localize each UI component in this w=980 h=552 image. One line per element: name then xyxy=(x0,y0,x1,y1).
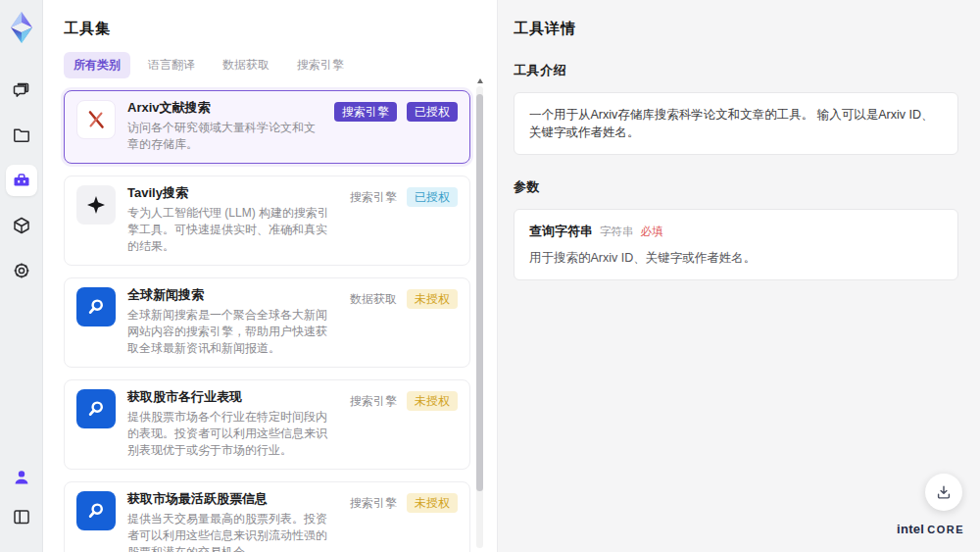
category-tabs: 所有类别 语言翻译 数据获取 搜索引擎 xyxy=(64,52,470,78)
tavily-icon xyxy=(76,185,116,225)
sidebar-item-settings[interactable] xyxy=(6,255,37,286)
sidebar-item-files[interactable] xyxy=(6,120,37,151)
sidebar-item-chat[interactable] xyxy=(6,75,37,106)
blue-search-icon xyxy=(76,491,116,530)
category-label: 搜索引擎 xyxy=(350,393,397,410)
tool-card-tavily[interactable]: Tavily搜索 专为人工智能代理 (LLM) 构建的搜索引擎工具。可快速提供实… xyxy=(64,176,470,266)
tool-card-meta: 搜索引擎 未授权 xyxy=(350,391,458,411)
tool-title: Arxiv文献搜索 xyxy=(127,100,322,116)
app-window: 工具集 所有类别 语言翻译 数据获取 搜索引擎 Arxiv文献搜索 访问各个研究… xyxy=(0,0,980,552)
arxiv-icon xyxy=(76,100,116,139)
param-name: 查询字符串 xyxy=(529,223,593,240)
status-badge: 已授权 xyxy=(407,102,458,122)
category-label: 数据获取 xyxy=(350,291,397,308)
user-icon xyxy=(12,468,31,487)
category-badge: 搜索引擎 xyxy=(334,102,397,122)
tool-card-body: Arxiv文献搜索 访问各个研究领域大量科学论文和文章的存储库。 xyxy=(127,100,322,153)
chat-icon xyxy=(12,80,31,100)
param-description: 用于搜索的Arxiv ID、关键字或作者姓名。 xyxy=(529,249,943,267)
blue-search-icon xyxy=(76,389,116,428)
tab-data-fetching[interactable]: 数据获取 xyxy=(213,52,279,78)
tool-card-body: 获取股市各行业表现 提供股票市场各个行业在特定时间段内的表现。投资者可以利用这些… xyxy=(127,389,338,459)
folder-icon xyxy=(12,125,31,145)
tab-all-categories[interactable]: 所有类别 xyxy=(64,52,130,78)
app-logo xyxy=(5,10,38,45)
tool-title: 全球新闻搜索 xyxy=(127,287,338,303)
params-section-title: 参数 xyxy=(514,178,958,196)
tool-list-pane: 工具集 所有类别 语言翻译 数据获取 搜索引擎 Arxiv文献搜索 访问各个研究… xyxy=(43,0,497,552)
tool-description: 访问各个研究领域大量科学论文和文章的存储库。 xyxy=(127,120,322,153)
param-header: 查询字符串 字符串 必填 xyxy=(529,223,943,240)
tool-card-global-news[interactable]: 全球新闻搜索 全球新闻搜索是一个聚合全球各大新闻网站内容的搜索引擎，帮助用户快速… xyxy=(64,277,470,368)
intro-section-title: 工具介绍 xyxy=(514,62,958,79)
toolbox-icon xyxy=(12,171,31,190)
tool-card-meta: 数据获取 未授权 xyxy=(350,289,458,309)
category-label: 搜索引擎 xyxy=(350,189,397,206)
page-title: 工具集 xyxy=(64,20,470,38)
tab-language-translation[interactable]: 语言翻译 xyxy=(138,52,205,78)
scrollbar-thumb[interactable] xyxy=(476,94,483,491)
sidebar-item-tools[interactable] xyxy=(6,165,37,196)
intel-core-logo: intel CORE xyxy=(897,522,964,536)
gear-icon xyxy=(12,261,31,280)
download-button[interactable] xyxy=(925,474,962,511)
param-box: 查询字符串 字符串 必填 用于搜索的Arxiv ID、关键字或作者姓名。 xyxy=(514,209,958,280)
blue-search-icon xyxy=(76,287,116,326)
tool-card-sector-performance[interactable]: 获取股市各行业表现 提供股票市场各个行业在特定时间段内的表现。投资者可以利用这些… xyxy=(64,379,470,470)
sidebar-item-collapse-panel[interactable] xyxy=(6,501,37,532)
tab-search-engine[interactable]: 搜索引擎 xyxy=(287,52,354,78)
tool-description: 全球新闻搜索是一个聚合全球各大新闻网站内容的搜索引擎，帮助用户快速获取全球最新资… xyxy=(127,307,338,357)
status-badge: 已授权 xyxy=(407,187,458,207)
sidebar-bottom xyxy=(6,462,37,540)
intel-wordmark: intel xyxy=(897,522,924,536)
core-wordmark: CORE xyxy=(927,524,964,535)
tool-detail-pane: 工具详情 工具介绍 一个用于从Arxiv存储库搜索科学论文和文章的工具。 输入可… xyxy=(497,0,980,552)
tool-card-active-stocks[interactable]: 获取市场最活跃股票信息 提供当天交易量最高的股票列表。投资者可以利用这些信息来识… xyxy=(64,481,470,552)
tool-card-body: 全球新闻搜索 全球新闻搜索是一个聚合全球各大新闻网站内容的搜索引擎，帮助用户快速… xyxy=(127,287,338,357)
scrollbar-up-arrow[interactable] xyxy=(477,78,483,83)
tool-card-body: 获取市场最活跃股票信息 提供当天交易量最高的股票列表。投资者可以利用这些信息来识… xyxy=(127,491,338,552)
panel-icon xyxy=(12,507,31,527)
tool-card-list: Arxiv文献搜索 访问各个研究领域大量科学论文和文章的存储库。 搜索引擎 已授… xyxy=(64,90,470,552)
tool-description: 提供股票市场各个行业在特定时间段内的表现。投资者可以利用这些信息来识别表现优于或… xyxy=(127,409,338,459)
param-type: 字符串 xyxy=(600,223,634,240)
tool-title: Tavily搜索 xyxy=(127,185,338,201)
tool-card-meta: 搜索引擎 已授权 xyxy=(350,187,458,207)
download-icon xyxy=(935,483,953,501)
param-required-flag: 必填 xyxy=(641,223,663,240)
tool-title: 获取市场最活跃股票信息 xyxy=(127,491,338,507)
sidebar-item-account[interactable] xyxy=(6,462,37,493)
category-label: 搜索引擎 xyxy=(350,495,397,512)
sidebar xyxy=(0,0,43,552)
sidebar-item-packages[interactable] xyxy=(6,210,37,241)
tool-card-arxiv[interactable]: Arxiv文献搜索 访问各个研究领域大量科学论文和文章的存储库。 搜索引擎 已授… xyxy=(64,90,470,164)
tool-description: 提供当天交易量最高的股票列表。投资者可以利用这些信息来识别流动性强的股票和潜在的… xyxy=(127,511,338,552)
status-badge: 未授权 xyxy=(407,493,458,513)
cube-icon xyxy=(12,216,31,235)
tool-description: 专为人工智能代理 (LLM) 构建的搜索引擎工具。可快速提供实时、准确和真实的结… xyxy=(127,205,338,255)
list-scrollbar[interactable] xyxy=(476,86,483,548)
status-badge: 未授权 xyxy=(407,289,458,309)
intro-box: 一个用于从Arxiv存储库搜索科学论文和文章的工具。 输入可以是Arxiv ID… xyxy=(514,92,958,155)
tool-card-body: Tavily搜索 专为人工智能代理 (LLM) 构建的搜索引擎工具。可快速提供实… xyxy=(127,185,338,255)
status-badge: 未授权 xyxy=(407,391,458,411)
tool-card-meta: 搜索引擎 未授权 xyxy=(350,493,458,513)
detail-title: 工具详情 xyxy=(514,20,958,38)
tool-card-meta: 搜索引擎 已授权 xyxy=(334,102,458,122)
tool-title: 获取股市各行业表现 xyxy=(127,389,338,405)
